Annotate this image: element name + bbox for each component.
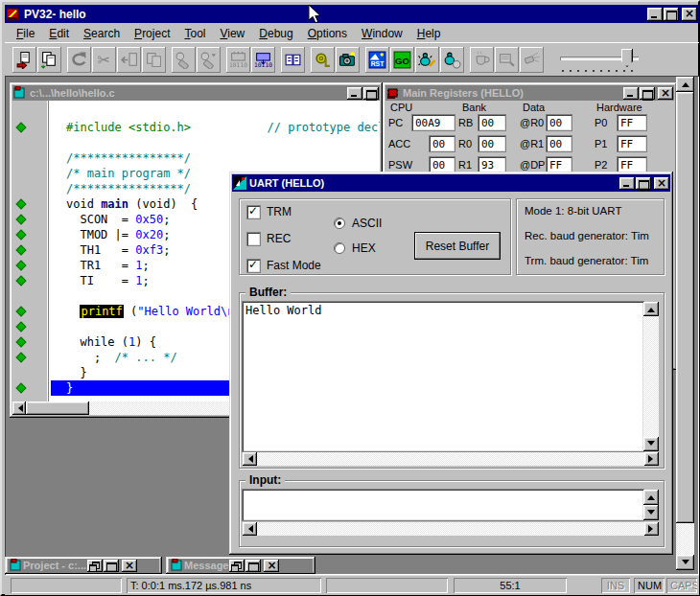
toolbar-button-save-file[interactable] — [37, 47, 61, 73]
scroll-down-button[interactable] — [643, 505, 659, 520]
reset-buffer-button[interactable]: Reset Buffer — [414, 232, 501, 260]
title-bar[interactable]: PV32- hello — [5, 5, 699, 23]
checkbox-box[interactable] — [247, 260, 260, 272]
radio-circle[interactable] — [334, 242, 345, 254]
maximize-button[interactable] — [245, 560, 261, 572]
checkbox-rec[interactable]: REC — [247, 232, 291, 245]
breakpoint-marker[interactable] — [17, 354, 25, 361]
register-field-@r1[interactable]: 00 — [547, 136, 572, 151]
scroll-track[interactable] — [257, 522, 644, 536]
breakpoint-marker[interactable] — [17, 231, 25, 239]
menu-view[interactable]: View — [214, 26, 250, 41]
breakpoint-marker[interactable] — [17, 200, 25, 208]
code-line[interactable]: /****************/ — [66, 150, 380, 166]
code-line[interactable] — [66, 104, 380, 120]
breakpoint-marker[interactable] — [17, 124, 25, 131]
toolbar-button-go[interactable]: GO — [390, 47, 414, 73]
register-field-rb[interactable]: 00 — [478, 115, 505, 130]
buffer-textarea[interactable]: Hello World — [243, 302, 643, 451]
scroll-thumb[interactable] — [676, 92, 694, 523]
menu-help[interactable]: Help — [411, 26, 447, 41]
breakpoint-marker[interactable] — [17, 277, 25, 285]
toolbar-button-measure[interactable] — [311, 47, 335, 73]
register-field-psw[interactable]: 00 — [430, 157, 455, 172]
register-field-r1[interactable]: 93 — [478, 157, 505, 172]
breakpoint-marker[interactable] — [17, 338, 25, 346]
scroll-up-button[interactable] — [643, 490, 659, 505]
menu-project[interactable]: Project — [128, 26, 175, 41]
toolbar-button-step-into[interactable] — [415, 47, 439, 73]
editor-title-bar[interactable]: c:\...\hello\hello.c — [12, 85, 380, 101]
registers-title-bar[interactable]: Main Registers (HELLO) — [385, 85, 674, 101]
close-button[interactable] — [682, 8, 697, 21]
restore-button[interactable] — [87, 560, 103, 572]
register-field-r0[interactable]: 00 — [478, 136, 505, 151]
code-line[interactable] — [66, 135, 380, 150]
restore-button[interactable] — [229, 560, 245, 572]
toolbar-button-open-book[interactable] — [281, 47, 305, 73]
checkbox-box[interactable] — [247, 233, 260, 245]
breakpoint-marker[interactable] — [17, 323, 25, 331]
uart-maximize-button[interactable] — [636, 177, 651, 190]
breakpoint-marker[interactable] — [17, 308, 25, 315]
slider-thumb[interactable] — [621, 49, 633, 67]
scroll-track[interactable] — [257, 452, 644, 466]
input-textarea[interactable] — [243, 490, 643, 520]
scroll-track[interactable] — [643, 316, 659, 437]
register-field-pc[interactable]: 00A9 — [412, 115, 455, 130]
toolbar-button-snapshot[interactable] — [336, 47, 360, 73]
registers-minimize-button[interactable] — [623, 87, 639, 100]
minimized-window-project[interactable]: Project - c:... — [5, 557, 162, 574]
register-field-p1[interactable]: FF — [618, 136, 646, 151]
checkbox-trm[interactable]: TRM — [247, 205, 292, 218]
register-field-@dptr[interactable]: FF — [547, 157, 572, 172]
registers-close-button[interactable] — [658, 87, 673, 100]
editor-minimize-button[interactable] — [347, 87, 362, 100]
checkbox-fast-mode[interactable]: Fast Mode — [247, 259, 321, 272]
scroll-up-button[interactable] — [643, 302, 659, 316]
buffer-vscrollbar[interactable] — [643, 302, 659, 451]
menu-tool[interactable]: Tool — [178, 26, 211, 41]
toolbar-button-reset[interactable]: RST — [365, 47, 389, 73]
radio-ascii[interactable]: ASCII — [334, 217, 382, 230]
input-vscrollbar[interactable] — [643, 490, 659, 520]
scroll-up-button[interactable] — [676, 77, 694, 92]
register-field-@r0[interactable]: 00 — [547, 115, 572, 130]
input-hscrollbar[interactable] — [243, 522, 659, 536]
editor-maximize-button[interactable] — [363, 87, 379, 100]
code-line[interactable]: #include <stdio.h> // prototype decla — [66, 120, 380, 135]
register-field-acc[interactable]: 00 — [430, 136, 455, 151]
breakpoint-marker[interactable] — [17, 216, 25, 223]
scroll-down-button[interactable] — [643, 437, 659, 451]
menu-file[interactable]: File — [11, 26, 40, 41]
scroll-right-button[interactable] — [644, 452, 659, 466]
toolbar-button-step-over[interactable] — [440, 47, 464, 73]
register-field-p0[interactable]: FF — [618, 115, 646, 130]
toolbar-button-download-code[interactable]: 10110 — [251, 47, 275, 73]
close-button[interactable] — [122, 560, 137, 572]
minimize-button[interactable] — [647, 8, 663, 21]
menu-debug[interactable]: Debug — [253, 26, 298, 41]
minimized-window-message[interactable]: Message — [166, 557, 315, 574]
menu-search[interactable]: Search — [78, 26, 126, 41]
scroll-left-button[interactable] — [243, 522, 257, 536]
speed-slider[interactable] — [558, 45, 646, 74]
scroll-right-button[interactable] — [644, 522, 659, 536]
registers-maximize-button[interactable] — [640, 87, 655, 100]
checkbox-box[interactable] — [247, 206, 260, 218]
workspace-vscrollbar[interactable] — [676, 77, 694, 570]
close-button[interactable] — [264, 560, 279, 572]
app-logo-icon[interactable] — [7, 8, 20, 21]
scroll-down-button[interactable] — [676, 555, 694, 570]
menu-options[interactable]: Options — [302, 26, 353, 41]
menu-edit[interactable]: Edit — [43, 26, 75, 41]
menu-window[interactable]: Window — [356, 26, 408, 41]
register-field-p2[interactable]: FF — [618, 157, 646, 172]
breakpoint-marker[interactable] — [17, 246, 25, 254]
scroll-thumb[interactable] — [26, 401, 89, 415]
radio-hex[interactable]: HEX — [334, 241, 376, 255]
uart-minimize-button[interactable] — [619, 177, 635, 190]
maximize-button[interactable] — [664, 8, 679, 21]
breakpoint-marker[interactable] — [17, 262, 25, 269]
breakpoint-marker[interactable] — [17, 384, 25, 392]
